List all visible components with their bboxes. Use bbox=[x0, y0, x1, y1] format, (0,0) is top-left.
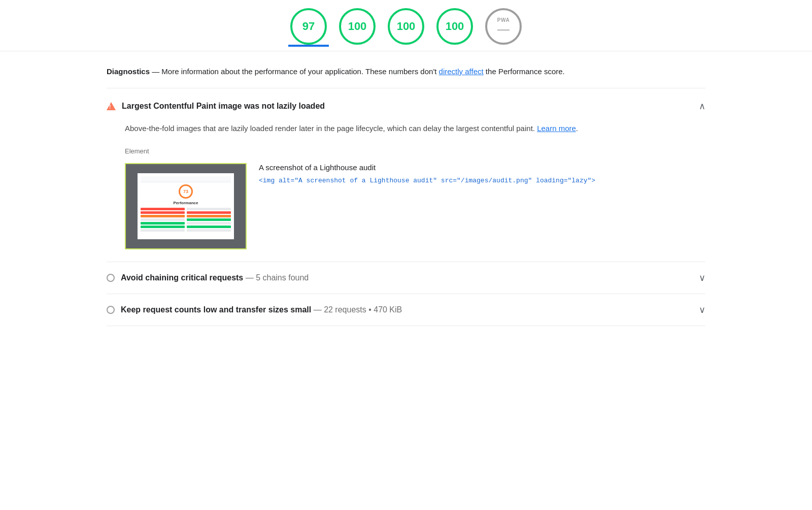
scores-bar: 97 100 100 100 PWA — bbox=[0, 0, 812, 45]
audit-critical-requests-header[interactable]: Avoid chaining critical requests — 5 cha… bbox=[107, 262, 705, 294]
score-100b-value: 100 bbox=[397, 20, 416, 33]
pwa-dash: — bbox=[497, 23, 510, 35]
audit-request-counts-chevron[interactable]: ∨ bbox=[699, 304, 705, 315]
score-100c[interactable]: 100 bbox=[436, 8, 473, 45]
audit-lcp-lazy-body: Above-the-fold images that are lazily lo… bbox=[107, 122, 705, 262]
score-100a-wrapper[interactable]: 100 bbox=[339, 8, 376, 45]
score-100b[interactable]: 100 bbox=[388, 8, 424, 45]
audit-request-counts-title: Keep request counts low and transfer siz… bbox=[121, 305, 402, 314]
element-code: <img alt="A screenshot of a Lighthouse a… bbox=[259, 176, 705, 186]
diagnostics-divider bbox=[107, 88, 705, 88]
circle-icon-critical bbox=[107, 274, 115, 282]
audit-critical-requests-title-text: Avoid chaining critical requests bbox=[121, 273, 243, 282]
audit-request-counts-meta: — 22 requests • 470 KiB bbox=[311, 305, 402, 314]
score-100a[interactable]: 100 bbox=[339, 8, 376, 45]
diagnostics-heading: Diagnostics bbox=[107, 67, 150, 76]
element-label: Element bbox=[125, 147, 705, 155]
audit-desc-before: Above-the-fold images that are lazily lo… bbox=[125, 124, 537, 133]
diagnostics-description: — More information about the performance… bbox=[150, 67, 439, 76]
diagnostics-description2: the Performance score. bbox=[484, 67, 565, 76]
audit-lcp-lazy-chevron[interactable]: ∧ bbox=[699, 101, 705, 112]
audit-critical-requests-chevron[interactable]: ∨ bbox=[699, 272, 705, 283]
circle-icon-requests bbox=[107, 306, 115, 314]
audit-critical-requests: Avoid chaining critical requests — 5 cha… bbox=[107, 262, 705, 294]
score-100c-wrapper[interactable]: 100 bbox=[436, 8, 473, 45]
score-97[interactable]: 97 bbox=[290, 8, 327, 45]
audit-request-counts-title-text: Keep request counts low and transfer siz… bbox=[121, 305, 311, 314]
element-row: 73 Performance bbox=[125, 163, 705, 249]
audit-lcp-lazy: Largest Contentful Paint image was not l… bbox=[107, 90, 705, 262]
score-pwa[interactable]: PWA — bbox=[485, 8, 522, 45]
audit-lcp-lazy-header[interactable]: Largest Contentful Paint image was not l… bbox=[107, 90, 705, 122]
audit-lcp-lazy-description: Above-the-fold images that are lazily lo… bbox=[125, 122, 705, 135]
audit-critical-requests-title: Avoid chaining critical requests — 5 cha… bbox=[121, 273, 309, 282]
score-100a-value: 100 bbox=[348, 20, 367, 33]
score-100c-value: 100 bbox=[446, 20, 464, 33]
score-pwa-wrapper[interactable]: PWA — bbox=[485, 8, 522, 45]
score-100b-wrapper[interactable]: 100 bbox=[388, 8, 424, 45]
element-code-text: <img alt="A screenshot of a Lighthouse a… bbox=[259, 177, 595, 184]
audit-request-counts-left: Keep request counts low and transfer siz… bbox=[107, 305, 402, 314]
element-thumbnail: 73 Performance bbox=[125, 163, 247, 249]
audit-lcp-lazy-title: Largest Contentful Paint image was not l… bbox=[122, 102, 325, 111]
diagnostics-section: Diagnostics — More information about the… bbox=[107, 51, 705, 86]
element-info: A screenshot of a Lighthouse audit <img … bbox=[259, 163, 705, 186]
audit-critical-requests-left: Avoid chaining critical requests — 5 cha… bbox=[107, 273, 309, 282]
main-content: Diagnostics — More information about the… bbox=[66, 51, 746, 326]
score-97-wrapper[interactable]: 97 bbox=[290, 8, 327, 45]
audit-critical-requests-meta: — 5 chains found bbox=[243, 273, 309, 282]
audit-desc-after: . bbox=[576, 124, 578, 133]
learn-more-link[interactable]: Learn more bbox=[537, 124, 576, 133]
directly-affect-link[interactable]: directly affect bbox=[439, 67, 484, 76]
warning-icon bbox=[107, 102, 116, 110]
audit-request-counts: Keep request counts low and transfer siz… bbox=[107, 294, 705, 326]
element-alt-text: A screenshot of a Lighthouse audit bbox=[259, 163, 705, 172]
audit-request-counts-header[interactable]: Keep request counts low and transfer siz… bbox=[107, 294, 705, 326]
audit-lcp-lazy-header-left: Largest Contentful Paint image was not l… bbox=[107, 102, 325, 111]
score-97-value: 97 bbox=[302, 20, 315, 33]
